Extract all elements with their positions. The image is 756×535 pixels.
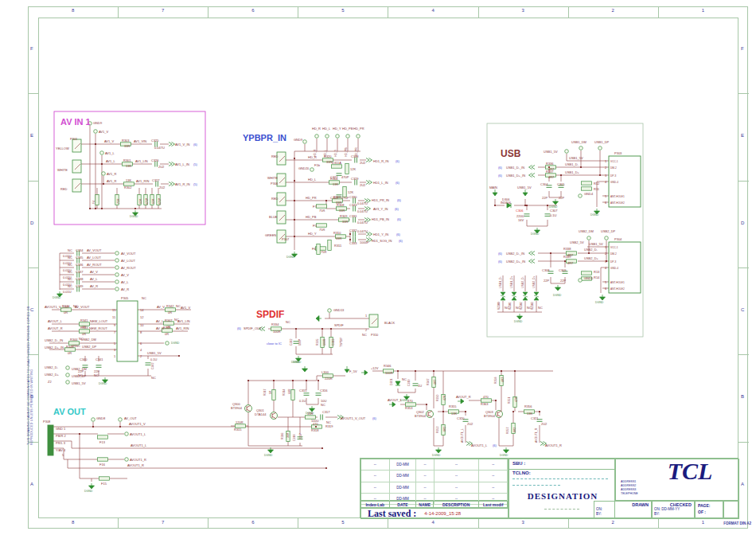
label: GND13 [333, 308, 345, 312]
label: 22P [559, 196, 564, 200]
label: C316 [320, 389, 328, 392]
junction-dot [95, 208, 96, 209]
transistor [271, 412, 278, 420]
label: AV_VOUT [121, 252, 136, 256]
resistor [317, 244, 320, 255]
label: AV_ROUT [87, 263, 102, 267]
label: 0R [68, 351, 72, 355]
label: DGND [595, 301, 604, 304]
label: R304 [330, 177, 338, 181]
label: D311A [332, 161, 341, 165]
label: AVOUT1_L [131, 443, 147, 447]
label: 470P [158, 197, 162, 205]
label: AV_VOUT [75, 305, 90, 309]
ground-symbol [316, 316, 321, 322]
revision-cell: -- [416, 471, 434, 481]
junction-dot [349, 239, 351, 240]
label: C304 [540, 182, 548, 186]
label: AVOUT1_R [127, 463, 144, 467]
label: GND8 [96, 416, 106, 420]
terminal-circle [66, 366, 70, 370]
label: YPBPR_IN [243, 133, 286, 143]
label: 13K [451, 412, 457, 416]
junction-dot [494, 205, 496, 206]
junction-dot [526, 205, 528, 206]
label: AV1_L [105, 151, 115, 155]
label: 12K [350, 167, 356, 171]
label: 22P [544, 279, 549, 283]
label: DGND [432, 454, 441, 457]
resistor [328, 240, 331, 251]
designation-title: DESIGNATION [509, 491, 616, 501]
label: R317 [263, 389, 267, 396]
label: HD_R [308, 155, 317, 159]
resistor [98, 435, 108, 439]
revision-cell: -- [435, 482, 480, 493]
label: 4R7 [567, 261, 574, 265]
connector-box [48, 425, 53, 455]
schematic-canvas: AV IN 1GND9AV1_VP301YELLOWAV1_VR30333RAV… [0, 0, 756, 535]
label: R310 [333, 231, 341, 235]
terminal-circle [100, 151, 104, 155]
rca-jack [277, 152, 286, 165]
terminal-circle [66, 373, 70, 377]
junction-dot [134, 208, 136, 209]
junction-dot [103, 183, 104, 185]
label: ANT-HOLE1 [610, 195, 625, 198]
label: (6) [397, 198, 402, 202]
label: +12V [371, 366, 379, 370]
junction-dot [564, 260, 566, 262]
label: USB1_5V [569, 156, 583, 160]
label: 22P [542, 196, 548, 200]
junction-dot [101, 208, 103, 209]
label: USB2_DP [72, 374, 87, 378]
label: USB2_D+ [45, 373, 60, 377]
label: BT3904 [231, 406, 243, 410]
terminal-circle [579, 194, 583, 198]
label: NC [68, 256, 72, 260]
revision-cell: DD-MM [390, 471, 417, 481]
label: P307 [282, 237, 290, 241]
label: R353 [405, 406, 413, 410]
resistor [95, 195, 99, 205]
junction-dot [273, 380, 275, 381]
tvs-diode [534, 292, 539, 300]
label: SPDIF [256, 309, 284, 320]
terminal-circle [115, 280, 119, 284]
label: (6) [493, 443, 497, 447]
revision-cell: -- [479, 482, 508, 493]
address-line: TELEPHONE [621, 492, 638, 496]
resistor [317, 205, 327, 208]
label: 47K [515, 396, 518, 402]
ground-symbol [555, 285, 561, 291]
signal-arrow [529, 252, 536, 256]
label: HD_PB [342, 127, 353, 131]
label: PR/L 3 [56, 441, 66, 445]
label: R345 [66, 345, 74, 349]
label: R339 [563, 255, 571, 259]
checked-label: CHECKED [653, 502, 694, 507]
label: Z2 [48, 380, 52, 384]
label: R363 [481, 402, 489, 406]
label: RZ300 [497, 302, 501, 310]
label: (6) [399, 239, 403, 243]
label: Y/AV 4 [56, 448, 66, 452]
diode [396, 381, 400, 385]
label: (6) [395, 207, 399, 211]
connector-box [117, 301, 138, 361]
rca-jack [277, 174, 286, 186]
label: 3 [114, 348, 116, 352]
revision-header: DATE [390, 502, 417, 507]
resistor [99, 477, 110, 480]
label: 75R [321, 250, 326, 254]
label: 47K [443, 395, 446, 400]
label: AVOUT_R [48, 326, 63, 330]
label: 33R [124, 144, 130, 148]
junction-dot [294, 200, 295, 201]
label: P310 [371, 333, 379, 337]
revision-cell: DD-MM [390, 482, 417, 493]
label: 470 [407, 399, 413, 403]
label: 12 [140, 315, 144, 319]
label: NC [68, 284, 72, 288]
revision-row: --DD-MM------ [361, 459, 508, 471]
